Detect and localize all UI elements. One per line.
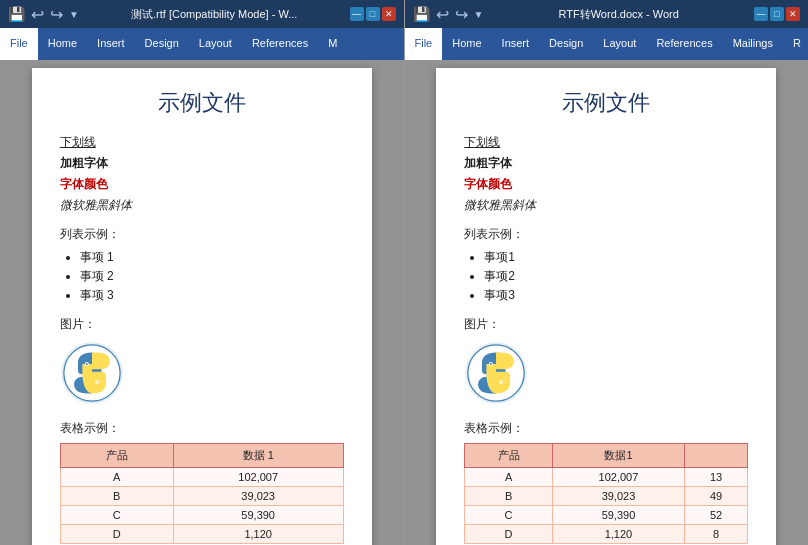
right-redo-icon[interactable]: ↪ xyxy=(455,5,468,24)
svg-point-5 xyxy=(96,381,98,383)
left-tab-m[interactable]: M xyxy=(318,28,347,60)
left-table-row-2: C 59,390 xyxy=(60,506,343,525)
left-toolbar-dropdown[interactable]: ▼ xyxy=(69,9,79,20)
right-tab-mailings[interactable]: Mailings xyxy=(723,28,783,60)
left-cell-3-1: 1,120 xyxy=(173,525,343,544)
app-container: 💾 ↩ ↪ ▼ 测试.rtf [Compatibility Mode] - W.… xyxy=(0,0,808,545)
left-doc-title: 示例文件 xyxy=(60,88,344,118)
left-list-label: 列表示例： xyxy=(60,226,344,243)
right-save-icon: 💾 xyxy=(413,6,430,22)
right-cell-3-2: 8 xyxy=(685,525,748,544)
left-cell-1-0: B xyxy=(60,487,173,506)
left-tab-insert[interactable]: Insert xyxy=(87,28,135,60)
right-bullet-list: 事项1 事项2 事项3 xyxy=(484,249,748,304)
left-tab-references[interactable]: References xyxy=(242,28,318,60)
right-cell-1-1: 39,023 xyxy=(552,487,684,506)
left-tab-design[interactable]: Design xyxy=(135,28,189,60)
right-red-text: 字体颜色 xyxy=(464,176,748,193)
left-table-row-0: A 102,007 xyxy=(60,468,343,487)
right-maximize-btn[interactable]: □ xyxy=(770,7,784,21)
right-table-label: 表格示例： xyxy=(464,420,748,437)
right-cell-3-0: D xyxy=(465,525,553,544)
right-doc-title: 示例文件 xyxy=(464,88,748,118)
left-tab-layout[interactable]: Layout xyxy=(189,28,242,60)
right-italic-text: 微软雅黑斜体 xyxy=(464,197,748,214)
right-minimize-btn[interactable]: — xyxy=(754,7,768,21)
right-win-controls: — □ ✕ xyxy=(754,7,800,21)
right-cell-0-2: 13 xyxy=(685,468,748,487)
left-close-btn[interactable]: ✕ xyxy=(382,7,396,21)
left-title-text: 测试.rtf [Compatibility Mode] - W... xyxy=(85,7,344,22)
left-tab-home[interactable]: Home xyxy=(38,28,87,60)
left-table-row-3: D 1,120 xyxy=(60,525,343,544)
right-ribbon: File Home Insert Design Layout Reference… xyxy=(405,28,809,60)
right-doc-area: 示例文件 下划线 加粗字体 字体颜色 微软雅黑斜体 列表示例： 事项1 事项2 … xyxy=(405,60,809,545)
left-maximize-btn[interactable]: □ xyxy=(366,7,380,21)
right-cell-3-1: 1,120 xyxy=(552,525,684,544)
right-cell-2-1: 59,390 xyxy=(552,506,684,525)
left-table-label: 表格示例： xyxy=(60,420,344,437)
right-table-row-1: B 39,023 49 xyxy=(465,487,748,506)
right-undo-icon[interactable]: ↩ xyxy=(436,5,449,24)
left-red-text: 字体颜色 xyxy=(60,176,344,193)
left-col-header-1: 数据 1 xyxy=(173,444,343,468)
left-bold-text: 加粗字体 xyxy=(60,155,344,172)
left-doc-page: 示例文件 下划线 加粗字体 字体颜色 微软雅黑斜体 列表示例： 事项 1 事项 … xyxy=(32,68,372,545)
right-underline-text: 下划线 xyxy=(464,134,748,151)
right-pane: 💾 ↩ ↪ ▼ RTF转Word.docx - Word — □ ✕ File … xyxy=(405,0,809,545)
svg-point-9 xyxy=(490,363,492,365)
right-img-label: 图片： xyxy=(464,316,748,333)
right-tab-home[interactable]: Home xyxy=(442,28,491,60)
right-tab-references[interactable]: References xyxy=(646,28,722,60)
right-tab-design[interactable]: Design xyxy=(539,28,593,60)
left-bullet-list: 事项 1 事项 2 事项 3 xyxy=(80,249,344,304)
right-data-table: 产品 数据1 A 102,007 13 B 39,02 xyxy=(464,443,748,544)
left-pane: 💾 ↩ ↪ ▼ 测试.rtf [Compatibility Mode] - W.… xyxy=(0,0,405,545)
left-underline-text: 下划线 xyxy=(60,134,344,151)
right-title-bar: 💾 ↩ ↪ ▼ RTF转Word.docx - Word — □ ✕ xyxy=(405,0,809,28)
left-minimize-btn[interactable]: — xyxy=(350,7,364,21)
right-toolbar-dropdown[interactable]: ▼ xyxy=(474,9,484,20)
right-cell-0-0: A xyxy=(465,468,553,487)
right-tab-file[interactable]: File xyxy=(405,28,443,60)
right-table-row-2: C 59,390 52 xyxy=(465,506,748,525)
right-cell-2-2: 52 xyxy=(685,506,748,525)
left-cell-2-1: 59,390 xyxy=(173,506,343,525)
left-cell-0-0: A xyxy=(60,468,173,487)
right-table-row-3: D 1,120 8 xyxy=(465,525,748,544)
right-close-btn[interactable]: ✕ xyxy=(786,7,800,21)
left-col-header-0: 产品 xyxy=(60,444,173,468)
left-undo-icon[interactable]: ↩ xyxy=(31,5,44,24)
left-save-icon: 💾 xyxy=(8,6,25,22)
right-cell-2-0: C xyxy=(465,506,553,525)
left-cell-1-1: 39,023 xyxy=(173,487,343,506)
left-list-item-1: 事项 2 xyxy=(80,268,344,285)
left-table-row-1: B 39,023 xyxy=(60,487,343,506)
right-python-logo xyxy=(464,341,528,405)
left-list-item-2: 事项 3 xyxy=(80,287,344,304)
right-list-item-0: 事项1 xyxy=(484,249,748,266)
left-win-controls: — □ ✕ xyxy=(350,7,396,21)
right-list-item-2: 事项3 xyxy=(484,287,748,304)
right-cell-1-0: B xyxy=(465,487,553,506)
right-list-item-1: 事项2 xyxy=(484,268,748,285)
left-list-item-0: 事项 1 xyxy=(80,249,344,266)
right-tab-r[interactable]: R xyxy=(783,28,808,60)
right-tab-insert[interactable]: Insert xyxy=(492,28,540,60)
right-col-header-1: 数据1 xyxy=(552,444,684,468)
left-tab-file[interactable]: File xyxy=(0,28,38,60)
right-col-header-0: 产品 xyxy=(465,444,553,468)
right-title-text: RTF转Word.docx - Word xyxy=(489,7,748,22)
left-ribbon: File Home Insert Design Layout Reference… xyxy=(0,28,404,60)
right-bold-text: 加粗字体 xyxy=(464,155,748,172)
left-cell-3-0: D xyxy=(60,525,173,544)
svg-point-3 xyxy=(86,363,88,365)
right-list-label: 列表示例： xyxy=(464,226,748,243)
left-cell-2-0: C xyxy=(60,506,173,525)
svg-point-11 xyxy=(500,381,502,383)
right-tab-layout[interactable]: Layout xyxy=(593,28,646,60)
left-redo-icon[interactable]: ↪ xyxy=(50,5,63,24)
right-doc-page: 示例文件 下划线 加粗字体 字体颜色 微软雅黑斜体 列表示例： 事项1 事项2 … xyxy=(436,68,776,545)
right-cell-1-2: 49 xyxy=(685,487,748,506)
left-italic-text: 微软雅黑斜体 xyxy=(60,197,344,214)
